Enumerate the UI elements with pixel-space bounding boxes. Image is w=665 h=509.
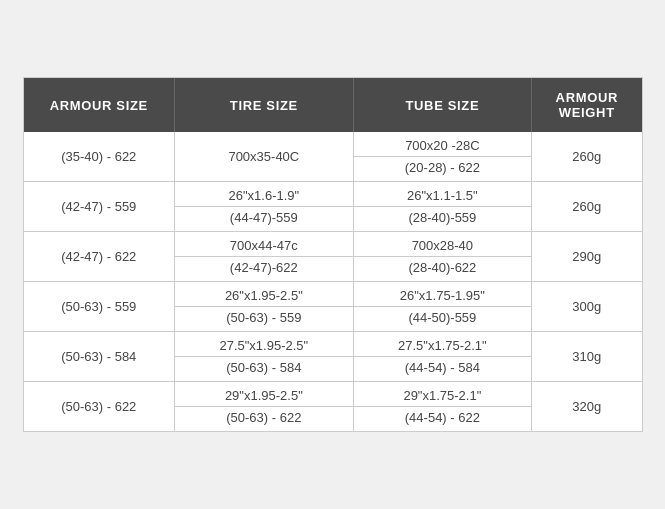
armour-weight-cell: 310g xyxy=(532,332,642,382)
tire-size-value: 700x35-40C xyxy=(175,135,353,178)
armour-size-cell: (42-47) - 622 xyxy=(24,232,175,282)
comparison-table: ARMOUR SIZE TIRE SIZE TUBE SIZE ARMOUR W… xyxy=(23,77,643,432)
armour-size-value: (42-47) - 622 xyxy=(24,235,175,278)
tire-size-value: 700x44-47c (42-47)-622 xyxy=(175,232,353,281)
tube-size-value: 29"x1.75-2.1" (44-54) - 622 xyxy=(354,382,532,431)
armour-weight-value: 320g xyxy=(532,385,641,428)
tire-size-value: 29"x1.95-2.5" (50-63) - 622 xyxy=(175,382,353,431)
table-row: (42-47) - 559 26"x1.6-1.9" (44-47)-559 2… xyxy=(24,182,642,232)
armour-weight-value: 260g xyxy=(532,135,641,178)
tire-size-value: 27.5"x1.95-2.5" (50-63) - 584 xyxy=(175,332,353,381)
armour-size-cell: (50-63) - 559 xyxy=(24,282,175,332)
tube-size-cell: 26"x1.75-1.95" (44-50)-559 xyxy=(353,282,532,332)
header-tire-size: TIRE SIZE xyxy=(175,78,354,132)
tube-size-cell: 29"x1.75-2.1" (44-54) - 622 xyxy=(353,382,532,432)
tube-size-cell: 700x28-40 (28-40)-622 xyxy=(353,232,532,282)
armour-weight-cell: 260g xyxy=(532,182,642,232)
table-row: (50-63) - 622 29"x1.95-2.5" (50-63) - 62… xyxy=(24,382,642,432)
armour-size-value: (35-40) - 622 xyxy=(24,135,175,178)
table-row: (50-63) - 559 26"x1.95-2.5" (50-63) - 55… xyxy=(24,282,642,332)
tube-size-value: 700x20 -28C (20-28) - 622 xyxy=(354,132,532,181)
armour-weight-value: 310g xyxy=(532,335,641,378)
armour-weight-cell: 300g xyxy=(532,282,642,332)
header-armour-weight: ARMOUR WEIGHT xyxy=(532,78,642,132)
armour-size-value: (50-63) - 622 xyxy=(24,385,175,428)
tube-size-value: 26"x1.75-1.95" (44-50)-559 xyxy=(354,282,532,331)
armour-weight-value: 260g xyxy=(532,185,641,228)
tire-size-value: 26"x1.6-1.9" (44-47)-559 xyxy=(175,182,353,231)
tire-size-cell: 29"x1.95-2.5" (50-63) - 622 xyxy=(175,382,354,432)
tire-size-cell: 26"x1.6-1.9" (44-47)-559 xyxy=(175,182,354,232)
header-tube-size: TUBE SIZE xyxy=(353,78,532,132)
armour-weight-cell: 290g xyxy=(532,232,642,282)
header-armour-size: ARMOUR SIZE xyxy=(24,78,175,132)
tube-size-value: 700x28-40 (28-40)-622 xyxy=(354,232,532,281)
armour-size-cell: (50-63) - 584 xyxy=(24,332,175,382)
tire-size-cell: 700x44-47c (42-47)-622 xyxy=(175,232,354,282)
tire-size-cell: 26"x1.95-2.5" (50-63) - 559 xyxy=(175,282,354,332)
tube-size-value: 26"x1.1-1.5" (28-40)-559 xyxy=(354,182,532,231)
armour-size-value: (42-47) - 559 xyxy=(24,185,175,228)
armour-weight-cell: 260g xyxy=(532,132,642,182)
armour-size-value: (50-63) - 559 xyxy=(24,285,175,328)
armour-weight-value: 300g xyxy=(532,285,641,328)
table-row: (50-63) - 584 27.5"x1.95-2.5" (50-63) - … xyxy=(24,332,642,382)
table-header-row: ARMOUR SIZE TIRE SIZE TUBE SIZE ARMOUR W… xyxy=(24,78,642,132)
tube-size-cell: 27.5"x1.75-2.1" (44-54) - 584 xyxy=(353,332,532,382)
tire-size-cell: 700x35-40C xyxy=(175,132,354,182)
tire-size-cell: 27.5"x1.95-2.5" (50-63) - 584 xyxy=(175,332,354,382)
table-row: (42-47) - 622 700x44-47c (42-47)-622 700… xyxy=(24,232,642,282)
tube-size-cell: 700x20 -28C (20-28) - 622 xyxy=(353,132,532,182)
tube-size-cell: 26"x1.1-1.5" (28-40)-559 xyxy=(353,182,532,232)
armour-weight-value: 290g xyxy=(532,235,641,278)
armour-size-cell: (42-47) - 559 xyxy=(24,182,175,232)
armour-size-value: (50-63) - 584 xyxy=(24,335,175,378)
table-row: (35-40) - 622700x35-40C 700x20 -28C (20-… xyxy=(24,132,642,182)
tire-size-value: 26"x1.95-2.5" (50-63) - 559 xyxy=(175,282,353,331)
armour-size-cell: (50-63) - 622 xyxy=(24,382,175,432)
armour-size-cell: (35-40) - 622 xyxy=(24,132,175,182)
tube-size-value: 27.5"x1.75-2.1" (44-54) - 584 xyxy=(354,332,532,381)
armour-weight-cell: 320g xyxy=(532,382,642,432)
